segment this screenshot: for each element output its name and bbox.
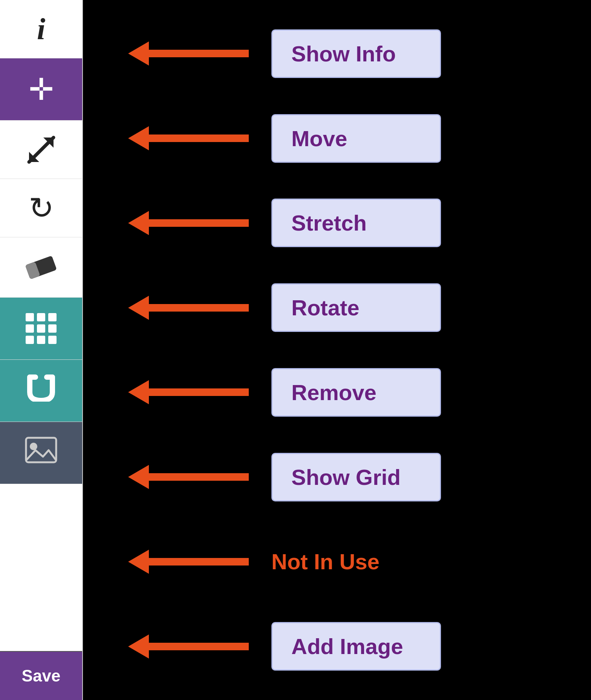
- label-rotate[interactable]: Rotate: [271, 283, 441, 332]
- sidebar-item-info[interactable]: i: [0, 0, 82, 58]
- save-label: Save: [22, 666, 61, 685]
- sidebar-item-remove[interactable]: [0, 237, 82, 298]
- arrowhead-icon: [128, 465, 149, 489]
- label-add-image[interactable]: Add Image: [271, 622, 441, 671]
- add-image-text: Add Image: [291, 634, 403, 659]
- label-stretch[interactable]: Stretch: [271, 199, 441, 247]
- row-remove: Remove: [128, 363, 568, 422]
- row-add-image: Add Image: [128, 617, 568, 676]
- arrow-line: [149, 134, 249, 142]
- label-not-in-use: Not In Use: [271, 538, 441, 585]
- sidebar-item-magnet[interactable]: [0, 360, 82, 422]
- arrowhead-icon: [128, 550, 149, 574]
- stretch-text: Stretch: [291, 210, 367, 235]
- arrow-show-info: [128, 41, 249, 66]
- arrow-line: [149, 219, 249, 227]
- arrow-add-image: [128, 634, 249, 659]
- move-icon: ✛: [29, 72, 54, 107]
- arrow-line: [149, 473, 249, 481]
- arrow-line: [149, 50, 249, 57]
- arrowhead-icon: [128, 634, 149, 659]
- move-text: Move: [291, 126, 347, 151]
- sidebar-item-rotate[interactable]: ↻: [0, 179, 82, 237]
- sidebar-item-stretch[interactable]: [0, 121, 82, 179]
- label-show-info[interactable]: Show Info: [271, 29, 441, 78]
- arrow-move: [128, 126, 249, 150]
- remove-icon: [25, 252, 57, 282]
- row-show-grid: Show Grid: [128, 448, 568, 506]
- arrow-line: [149, 388, 249, 396]
- arrowhead-icon: [128, 211, 149, 235]
- label-move[interactable]: Move: [271, 114, 441, 163]
- image-icon: [24, 436, 58, 470]
- svg-point-8: [30, 443, 37, 450]
- arrow-line: [149, 304, 249, 312]
- arrow-line: [149, 558, 249, 566]
- sidebar-item-addimage[interactable]: [0, 422, 82, 484]
- arrow-stretch: [128, 211, 249, 235]
- arrow-not-in-use: [128, 550, 249, 574]
- row-rotate: Rotate: [128, 278, 568, 337]
- not-in-use-text: Not In Use: [271, 549, 380, 574]
- arrow-line: [149, 643, 249, 650]
- rotate-text: Rotate: [291, 295, 359, 320]
- show-grid-text: Show Grid: [291, 465, 401, 490]
- sidebar: i ✛ ↻: [0, 0, 83, 700]
- arrow-rotate: [128, 296, 249, 320]
- remove-text: Remove: [291, 380, 377, 405]
- row-show-info: Show Info: [128, 24, 568, 83]
- rotate-icon: ↻: [29, 191, 54, 226]
- stretch-icon: [25, 134, 57, 166]
- arrowhead-icon: [128, 126, 149, 150]
- magnet-icon: [26, 373, 56, 408]
- row-not-in-use: Not In Use: [128, 532, 568, 591]
- arrow-show-grid: [128, 465, 249, 489]
- save-button[interactable]: Save: [0, 651, 82, 700]
- sidebar-item-move[interactable]: ✛: [0, 58, 82, 121]
- sidebar-item-showgrid[interactable]: [0, 298, 82, 360]
- row-stretch: Stretch: [128, 194, 568, 252]
- grid-icon: [22, 309, 60, 348]
- arrow-remove: [128, 380, 249, 404]
- info-icon: i: [37, 12, 45, 46]
- row-move: Move: [128, 109, 568, 168]
- arrowhead-icon: [128, 41, 149, 66]
- svg-rect-7: [26, 438, 56, 462]
- main-content: Show Info Move Stretch Rotate: [83, 0, 591, 700]
- label-show-grid[interactable]: Show Grid: [271, 453, 441, 501]
- label-remove[interactable]: Remove: [271, 368, 441, 417]
- show-info-text: Show Info: [291, 41, 396, 66]
- arrowhead-icon: [128, 296, 149, 320]
- arrowhead-icon: [128, 380, 149, 404]
